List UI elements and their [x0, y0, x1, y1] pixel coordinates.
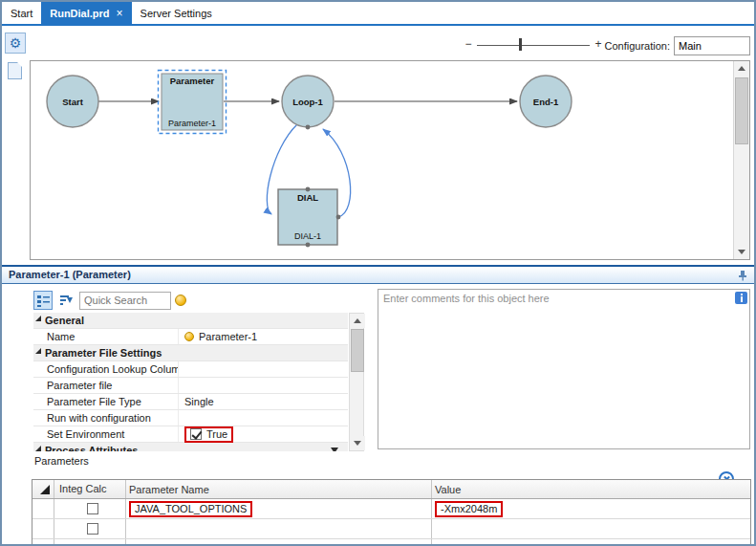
grid-scroll-thumb[interactable] — [351, 329, 364, 372]
property-label: Set Environment — [33, 426, 179, 442]
port-dial-right — [336, 215, 341, 220]
scroll-down-icon[interactable] — [350, 436, 365, 450]
tab-server-settings[interactable]: Server Settings — [132, 2, 221, 24]
tab-start[interactable]: Start — [2, 2, 41, 24]
property-label: Name — [33, 329, 179, 344]
zoom-track[interactable] — [477, 45, 590, 46]
property-grid-panel: General Name Parameter-1 Parameter File … — [30, 289, 364, 451]
comments-input[interactable] — [378, 290, 749, 448]
select-all-icon — [40, 485, 50, 494]
category-expand-icon — [35, 316, 41, 321]
parameter-value-cell[interactable] — [432, 539, 750, 546]
column-header-value[interactable]: Value — [432, 480, 750, 498]
row-indicator[interactable] — [32, 499, 54, 518]
pin-icon[interactable] — [737, 270, 748, 281]
parameter-value-cell[interactable] — [432, 519, 750, 538]
property-row-parameter-file-type[interactable]: Parameter File Type Single — [33, 394, 348, 410]
parameter-name-cell[interactable] — [126, 519, 432, 538]
node-start-label: Start — [62, 97, 83, 107]
categorized-view-button[interactable] — [33, 291, 53, 310]
property-row-configuration-lookup-column[interactable]: Configuration Lookup Column — [33, 361, 348, 378]
zoom-thumb[interactable] — [519, 38, 522, 51]
property-row-set-environment[interactable]: Set Environment True — [33, 426, 348, 443]
checkbox-unchecked-icon[interactable] — [87, 503, 98, 514]
category-label: Process Attributes — [45, 445, 138, 451]
category-parameter-file-settings[interactable]: Parameter File Settings — [33, 345, 348, 361]
parameter-name-text: JAVA_TOOL_OPTIONS — [135, 503, 247, 514]
node-dial-title: DIAL — [297, 192, 318, 203]
sort-az-icon — [60, 295, 73, 307]
parameter-row-2[interactable] — [32, 519, 750, 539]
parameter-value-text: -Xmx2048m — [441, 503, 497, 514]
category-general[interactable]: General — [33, 313, 348, 329]
configuration-input[interactable] — [674, 36, 750, 55]
property-row-parameter-file[interactable]: Parameter file — [33, 378, 348, 394]
property-grid: General Name Parameter-1 Parameter File … — [33, 313, 348, 451]
property-label: Parameter file — [33, 378, 179, 393]
category-process-attributes[interactable]: Process Attributes — [33, 443, 348, 451]
highlight-annotation: JAVA_TOOL_OPTIONS — [129, 501, 252, 517]
scroll-up-icon[interactable] — [350, 314, 365, 328]
highlight-annotation: -Xmx2048m — [435, 501, 503, 517]
parameter-value-cell[interactable]: -Xmx2048m — [432, 499, 750, 518]
canvas-scroll-thumb[interactable] — [735, 77, 748, 144]
property-row-name[interactable]: Name Parameter-1 — [33, 329, 348, 345]
parameters-title: Parameters — [34, 455, 89, 467]
category-label: General — [45, 315, 84, 326]
property-value[interactable]: Single — [179, 394, 348, 409]
integ-calc-cell[interactable] — [54, 519, 126, 538]
property-grid-scrollbar[interactable] — [349, 313, 364, 451]
tab-rundial[interactable]: RunDial.prd × — [41, 2, 131, 24]
port-loop-bottom — [306, 125, 311, 130]
row-selector-header[interactable] — [32, 480, 54, 498]
port-dial-bottom — [306, 243, 311, 248]
configuration-label: Configuration: — [605, 40, 671, 52]
parameters-table-header: Integ Calc Parameter Name Value — [32, 480, 750, 499]
property-value[interactable]: Parameter-1 — [179, 329, 348, 344]
property-label: Configuration Lookup Column — [33, 361, 179, 377]
integ-calc-cell[interactable] — [54, 499, 126, 518]
node-end-label: End-1 — [533, 97, 559, 107]
parameter-row-1[interactable]: JAVA_TOOL_OPTIONS -Xmx2048m — [32, 499, 750, 519]
column-header-integ-calc[interactable]: Integ Calc — [54, 480, 126, 498]
checkbox-unchecked-icon[interactable] — [87, 523, 98, 535]
parameter-name-cell[interactable]: JAVA_TOOL_OPTIONS — [126, 499, 432, 518]
scroll-more-icon — [331, 448, 338, 451]
left-tool-strip: ⚙ — [2, 26, 29, 544]
gears-icon: ⚙ — [10, 35, 22, 51]
tab-bar: Start RunDial.prd × Server Settings — [2, 2, 754, 26]
properties-header: Parameter-1 (Parameter) — [2, 265, 754, 284]
property-grid-toolbar — [33, 289, 364, 312]
integ-calc-cell[interactable] — [54, 539, 126, 546]
property-label: Parameter File Type — [33, 394, 179, 409]
canvas-scrollbar[interactable] — [733, 61, 749, 259]
document-icon[interactable] — [8, 62, 22, 79]
zoom-slider: − + — [463, 37, 604, 53]
node-parameter-name: Parameter-1 — [168, 119, 216, 128]
process-settings-button[interactable]: ⚙ — [5, 33, 26, 54]
property-value-text: Single — [184, 394, 214, 409]
properties-header-title: Parameter-1 (Parameter) — [9, 269, 131, 280]
row-indicator[interactable] — [32, 539, 54, 546]
quick-search-input[interactable] — [79, 292, 171, 310]
checkbox-checked-icon[interactable] — [190, 428, 202, 440]
column-header-parameter-name[interactable]: Parameter Name — [126, 480, 432, 498]
zoom-out-button[interactable]: − — [463, 37, 474, 52]
zoom-in-button[interactable]: + — [593, 37, 604, 52]
sort-az-button[interactable] — [56, 291, 76, 310]
close-tab-icon[interactable]: × — [117, 9, 123, 18]
property-value-text: True — [206, 426, 227, 442]
property-row-run-with-configuration[interactable]: Run with configuration — [33, 410, 348, 426]
parameter-row-empty[interactable] — [32, 539, 750, 546]
port-dial-top — [306, 187, 311, 192]
scroll-up-icon[interactable] — [734, 61, 749, 76]
parameter-name-cell[interactable] — [126, 539, 432, 546]
info-icon[interactable] — [735, 292, 747, 304]
flow-diagram[interactable]: Start Parameter Parameter-1 Loop-1 End-1… — [31, 61, 733, 259]
warning-badge-icon — [175, 295, 186, 306]
property-value[interactable]: True — [179, 426, 348, 443]
category-expand-icon — [35, 348, 41, 354]
scroll-down-icon[interactable] — [734, 245, 749, 259]
row-indicator[interactable] — [32, 519, 54, 538]
category-label: Parameter File Settings — [45, 347, 162, 359]
